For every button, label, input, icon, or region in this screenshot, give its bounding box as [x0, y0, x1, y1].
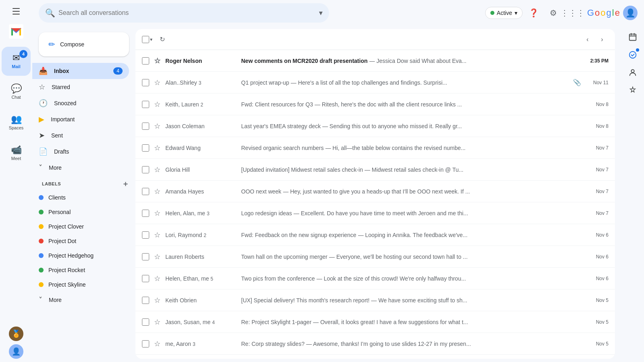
email-checkbox[interactable]: [142, 253, 149, 260]
search-input[interactable]: [58, 9, 316, 17]
left-nav: ✏ Compose 📥 Inbox 4 ☆ Starred 🕐 Snoozed …: [32, 26, 135, 362]
nav-item-sent[interactable]: ➤ Sent: [32, 127, 129, 144]
keep-icon-btn[interactable]: [625, 82, 641, 98]
email-row[interactable]: ☆ Keith Obrien [UX] Special delivery! Th…: [135, 289, 615, 311]
email-subject: Re: Project Skylight 1-pager: [241, 319, 311, 325]
star-button[interactable]: ☆: [154, 100, 160, 109]
label-project-skyline[interactable]: Project Skyline: [32, 277, 129, 292]
label-personal[interactable]: Personal: [32, 205, 129, 219]
star-button[interactable]: ☆: [154, 318, 160, 327]
sidebar-avatar[interactable]: 🏅: [9, 327, 23, 341]
user-avatar-bottom[interactable]: 👤: [9, 344, 23, 359]
email-row[interactable]: ☆ Helen, Alan, me 3 Logo redesign ideas …: [135, 202, 615, 224]
nav-item-more[interactable]: ˅ More: [32, 160, 129, 176]
email-date: Nov 5: [584, 298, 609, 303]
label-project-rocket[interactable]: Project Rocket: [32, 263, 129, 277]
email-row[interactable]: ☆ Lauren Roberts Town hall on the upcomi…: [135, 246, 615, 268]
email-row[interactable]: ☆ me, Aaron 3 Re: Corp strategy slides? …: [135, 333, 615, 355]
search-bar[interactable]: 🔍 ▾: [39, 3, 329, 23]
labels-more-expand-icon: ˅: [39, 295, 42, 304]
next-page-button[interactable]: ›: [596, 33, 609, 46]
star-button[interactable]: ☆: [154, 339, 160, 348]
refresh-button[interactable]: ↻: [156, 33, 169, 46]
email-checkbox[interactable]: [142, 123, 149, 130]
star-button[interactable]: ☆: [154, 165, 160, 174]
search-dropdown-icon[interactable]: ▾: [319, 8, 323, 17]
email-row[interactable]: ☆ Keith, Lauren 2 Fwd: Client resources …: [135, 94, 615, 115]
email-checkbox[interactable]: [142, 340, 149, 347]
label-project-clover[interactable]: Project Clover: [32, 219, 129, 234]
sidebar-item-meet[interactable]: 📹 Meet: [2, 139, 31, 168]
email-preview: — We have some exciting stuff to sh...: [371, 297, 467, 304]
star-button[interactable]: ☆: [154, 296, 160, 305]
email-sender: Lori, Raymond 2: [165, 232, 238, 238]
email-subject: New comments on MCR2020 draft presentati…: [241, 58, 368, 64]
email-row[interactable]: ☆ Roger Nelson New comments on MCR2020 d…: [135, 50, 615, 72]
email-checkbox[interactable]: [142, 144, 149, 152]
email-checkbox[interactable]: [142, 79, 149, 86]
star-button[interactable]: ☆: [154, 78, 160, 87]
email-subject: Fwd: Client resources for Q3: [241, 101, 313, 108]
email-row[interactable]: ☆ Amanda Hayes OOO next week — Hey, just…: [135, 181, 615, 202]
nav-item-labels-more[interactable]: ˅ More: [32, 292, 129, 308]
nav-item-snoozed[interactable]: 🕐 Snoozed: [32, 95, 129, 111]
nav-item-starred[interactable]: ☆ Starred: [32, 79, 129, 95]
star-button[interactable]: ☆: [154, 252, 160, 261]
label-project-dot[interactable]: Project Dot: [32, 234, 129, 248]
apps-button[interactable]: ⋮⋮⋮: [565, 5, 581, 21]
add-label-button[interactable]: ＋: [122, 179, 129, 189]
star-button[interactable]: ☆: [154, 56, 160, 65]
star-button[interactable]: ☆: [154, 231, 160, 239]
star-button[interactable]: ☆: [154, 144, 160, 152]
settings-button[interactable]: ⚙: [545, 5, 561, 21]
star-button[interactable]: ☆: [154, 274, 160, 283]
email-row[interactable]: ☆ Gloria Hill [Updated invitation] Midwe…: [135, 159, 615, 181]
email-row[interactable]: ☆ Edward Wang Revised organic search num…: [135, 137, 615, 159]
email-checkbox[interactable]: [142, 275, 149, 282]
status-indicator[interactable]: Active ▾: [485, 7, 523, 19]
email-checkbox[interactable]: [142, 231, 149, 239]
user-avatar[interactable]: 👤: [623, 6, 638, 20]
select-all-wrapper[interactable]: ▾: [142, 36, 152, 43]
email-checkbox[interactable]: [142, 297, 149, 304]
email-row[interactable]: ☆ Jason Coleman Last year's EMEA strateg…: [135, 115, 615, 137]
email-row[interactable]: ☆ Helen, Ethan, me 5 Two pics from the c…: [135, 268, 615, 289]
starred-icon: ☆: [39, 83, 45, 92]
label-project-hedgehog[interactable]: Project Hedgehog: [32, 248, 129, 263]
email-row[interactable]: ☆ Lori, Raymond 2 Fwd: Feedback on the n…: [135, 224, 615, 246]
star-button[interactable]: ☆: [154, 187, 160, 196]
hamburger-menu[interactable]: [8, 3, 24, 19]
label-dot: [39, 268, 44, 273]
sidebar-item-mail[interactable]: ✉ Mail 4: [2, 47, 31, 76]
email-date: 2:35 PM: [584, 58, 609, 64]
email-row[interactable]: ☆ Alan, Adam 6 Updated expense report te…: [135, 355, 615, 359]
email-checkbox[interactable]: [142, 318, 149, 326]
nav-item-drafts[interactable]: 📄 Drafts: [32, 144, 129, 160]
star-button[interactable]: ☆: [154, 122, 160, 131]
tasks-icon-btn[interactable]: [625, 47, 641, 63]
email-checkbox[interactable]: [142, 57, 149, 64]
select-all-checkbox[interactable]: [142, 36, 149, 43]
compose-button[interactable]: ✏ Compose: [39, 32, 129, 56]
email-row[interactable]: ☆ Jason, Susan, me 4 Re: Project Skyligh…: [135, 311, 615, 333]
select-dropdown-icon[interactable]: ▾: [150, 37, 152, 42]
contacts-icon-btn[interactable]: [625, 64, 641, 81]
email-date: Nov 8: [584, 102, 609, 107]
email-checkbox[interactable]: [142, 210, 149, 217]
label-clients[interactable]: Clients: [32, 190, 129, 205]
help-button[interactable]: ❓: [526, 5, 542, 21]
email-subject: Fwd: Feedback on the new signup experien…: [241, 232, 356, 238]
nav-item-inbox[interactable]: 📥 Inbox 4: [32, 63, 129, 79]
nav-item-important[interactable]: ▶ Important: [32, 111, 129, 127]
email-checkbox[interactable]: [142, 101, 149, 108]
prev-page-button[interactable]: ‹: [581, 33, 594, 46]
email-meta: Nov 8: [584, 102, 609, 107]
sidebar-item-chat[interactable]: 💬 Chat: [2, 77, 31, 106]
email-checkbox[interactable]: [142, 188, 149, 195]
svg-rect-1: [629, 34, 636, 41]
email-row[interactable]: ☆ Alan..Shirley 3 Q1 project wrap-up — H…: [135, 72, 615, 94]
star-button[interactable]: ☆: [154, 209, 160, 218]
email-checkbox[interactable]: [142, 166, 149, 173]
calendar-icon-btn[interactable]: [625, 29, 641, 45]
sidebar-item-spaces[interactable]: 👥 Spaces: [2, 108, 31, 137]
